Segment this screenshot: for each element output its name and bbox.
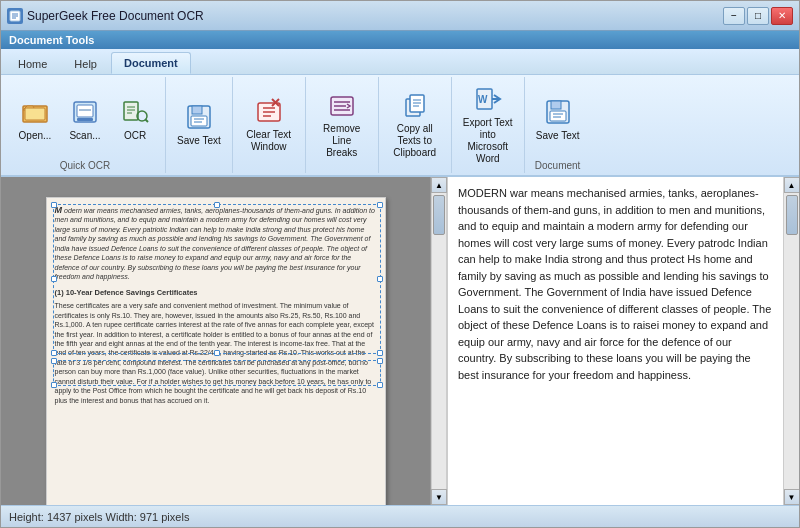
ribbon-group-quick-ocr: Open... Scan... OCR Quick OCR — [5, 77, 166, 173]
save-text2-icon — [542, 96, 574, 128]
minimize-button[interactable]: − — [723, 7, 745, 25]
svg-rect-41 — [550, 111, 566, 121]
open-label: Open... — [19, 130, 52, 142]
save-text2-label: Save Text — [536, 130, 580, 142]
ribbon-group-export: W Export Text into Microsoft Word — [452, 77, 525, 173]
save-text-icon — [183, 101, 215, 133]
ribbon: Open... Scan... OCR Quick OCR — [1, 75, 799, 177]
ribbon-tab-bar: Home Help Document — [1, 49, 799, 75]
scroll-track — [432, 193, 446, 489]
text-scroll-track — [784, 193, 799, 489]
open-icon — [19, 96, 51, 128]
copy-clipboard-icon — [399, 89, 431, 121]
tab-document[interactable]: Document — [111, 52, 191, 74]
scroll-up-arrow[interactable]: ▲ — [431, 177, 447, 193]
clear-text-label: Clear Text Window — [244, 129, 294, 153]
status-text: Height: 1437 pixels Width: 971 pixels — [9, 511, 189, 523]
export-word-button[interactable]: W Export Text into Microsoft Word — [458, 79, 518, 169]
svg-rect-40 — [551, 101, 561, 109]
doc-section-title: (1) 10-Year Defence Savings Certificates — [55, 288, 377, 298]
ribbon-group-savetext-label: Document — [535, 160, 581, 171]
title-bar-left: SuperGeek Free Document OCR — [7, 8, 204, 24]
app-icon — [7, 8, 23, 24]
ocr-button[interactable]: OCR — [111, 92, 159, 146]
ribbon-group-remove-items: Remove Line Breaks — [312, 79, 372, 169]
copy-clipboard-label: Copy all Texts to Clipboard — [390, 123, 440, 159]
ribbon-group-savetext-items: Save Text — [531, 79, 585, 158]
ribbon-group-clear: Clear Text Window — [233, 77, 306, 173]
status-bar: Height: 1437 pixels Width: 971 pixels — [1, 505, 799, 527]
ribbon-group-clipboard: Copy all Texts to Clipboard — [379, 77, 452, 173]
title-bar-controls: − □ ✕ — [723, 7, 793, 25]
output-text: MODERN war means mechanised armies, tank… — [458, 185, 773, 383]
scan-icon — [69, 96, 101, 128]
svg-rect-10 — [124, 102, 138, 120]
text-scroll-thumb[interactable] — [786, 195, 798, 235]
svg-rect-17 — [192, 106, 202, 114]
tab-help[interactable]: Help — [61, 52, 110, 74]
doc-panel: Modern war means mechanised armies, tank… — [1, 177, 431, 505]
ribbon-group-save-items: Save Text — [172, 79, 226, 169]
ribbon-group-savetext: Save Text Document — [525, 77, 591, 173]
clear-text-button[interactable]: Clear Text Window — [239, 91, 299, 157]
ribbon-group-export-items: W Export Text into Microsoft Word — [458, 79, 518, 169]
ocr-label: OCR — [124, 130, 146, 142]
text-scroll-down[interactable]: ▼ — [784, 489, 800, 505]
svg-text:W: W — [478, 94, 488, 105]
maximize-button[interactable]: □ — [747, 7, 769, 25]
app-title: SuperGeek Free Document OCR — [27, 9, 204, 23]
scan-button[interactable]: Scan... — [61, 92, 109, 146]
text-scroll-up[interactable]: ▲ — [784, 177, 800, 193]
doc-para-2: These certificates are a very safe and c… — [55, 301, 377, 405]
doc-para-1: Modern war means mechanised armies, tank… — [55, 206, 377, 282]
ocr-icon — [119, 96, 151, 128]
remove-breaks-icon — [326, 89, 358, 121]
export-word-icon: W — [472, 83, 504, 115]
svg-rect-5 — [25, 108, 45, 120]
svg-rect-18 — [191, 116, 207, 126]
copy-clipboard-button[interactable]: Copy all Texts to Clipboard — [385, 85, 445, 163]
close-button[interactable]: ✕ — [771, 7, 793, 25]
ribbon-group-title-label: Document Tools — [9, 34, 94, 46]
save-text2-button[interactable]: Save Text — [531, 92, 585, 146]
save-text-label: Save Text — [177, 135, 221, 147]
doc-scrollbar[interactable]: ▲ ▼ — [431, 177, 447, 505]
ribbon-group-save: Save Text — [166, 77, 233, 173]
scroll-thumb[interactable] — [433, 195, 445, 235]
panels-area: Modern war means mechanised armies, tank… — [1, 177, 799, 505]
ribbon-group-clipboard-items: Copy all Texts to Clipboard — [385, 79, 445, 169]
ribbon-group-quick-ocr-items: Open... Scan... OCR — [11, 79, 159, 158]
tab-home[interactable]: Home — [5, 52, 60, 74]
save-text-button[interactable]: Save Text — [172, 97, 226, 151]
scroll-down-arrow[interactable]: ▼ — [431, 489, 447, 505]
export-word-label: Export Text into Microsoft Word — [463, 117, 513, 165]
doc-page: Modern war means mechanised armies, tank… — [46, 197, 386, 505]
remove-breaks-label: Remove Line Breaks — [317, 123, 367, 159]
ribbon-group-title-bar: Document Tools — [1, 31, 799, 49]
svg-line-15 — [146, 119, 149, 122]
ribbon-group-remove: Remove Line Breaks — [306, 77, 379, 173]
open-button[interactable]: Open... — [11, 92, 59, 146]
clear-text-icon — [253, 95, 285, 127]
scan-label: Scan... — [69, 130, 100, 142]
ribbon-group-quick-ocr-label: Quick OCR — [60, 160, 111, 171]
text-scrollbar[interactable]: ▲ ▼ — [783, 177, 799, 505]
svg-rect-7 — [77, 105, 93, 117]
remove-breaks-button[interactable]: Remove Line Breaks — [312, 85, 372, 163]
svg-rect-8 — [77, 118, 93, 121]
ribbon-group-clear-items: Clear Text Window — [239, 79, 299, 169]
text-output-panel[interactable]: MODERN war means mechanised armies, tank… — [447, 177, 783, 505]
title-bar: SuperGeek Free Document OCR − □ ✕ — [1, 1, 799, 31]
